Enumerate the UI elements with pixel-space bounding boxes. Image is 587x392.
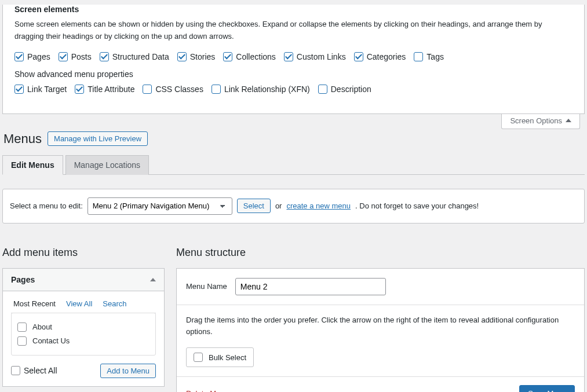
screen-options-toggle[interactable]: Screen Options <box>501 114 580 129</box>
screen-options-tab-wrap: Screen Options <box>7 114 580 129</box>
screen-options-label: Screen Options <box>510 116 562 125</box>
menu-name-label: Menu Name <box>186 282 227 291</box>
tab-manage-locations[interactable]: Manage Locations <box>65 155 149 175</box>
chevron-up-icon <box>566 119 571 122</box>
advanced-property-checkbox[interactable]: Link Relationship (XFN) <box>212 85 310 94</box>
checkbox-label: Categories <box>367 52 406 61</box>
save-menu-button[interactable]: Save Menu <box>519 385 575 392</box>
menu-structure-footer: Delete Menu Save Menu <box>177 376 584 392</box>
advanced-property-checkbox[interactable]: Link Target <box>14 85 67 94</box>
pages-footer: Select All Add to Menu <box>11 356 156 378</box>
screen-element-checkbox[interactable]: Stories <box>177 52 216 61</box>
menu-structure-body: Drag the items into the order you prefer… <box>177 305 584 377</box>
pages-accordion: Pages Most Recent View All Search AboutC… <box>2 268 165 387</box>
tab-search[interactable]: Search <box>103 299 126 308</box>
page-item-checkbox[interactable] <box>17 336 27 346</box>
page-header: Menus Manage with Live Preview <box>0 129 587 155</box>
checkbox-input[interactable] <box>143 85 152 94</box>
screen-options-panel: Screen elements Some screen elements can… <box>2 5 585 114</box>
menu-structure-desc: Drag the items into the order you prefer… <box>186 314 575 339</box>
checkbox-input[interactable] <box>75 85 84 94</box>
checkbox-input[interactable] <box>318 85 327 94</box>
checkbox-label: Description <box>331 85 371 94</box>
page-item-row: About <box>17 320 150 334</box>
screen-element-checkbox[interactable]: Custom Links <box>284 52 346 61</box>
pages-accordion-header[interactable]: Pages <box>3 269 164 291</box>
or-text: or <box>275 202 282 210</box>
pages-inner-tabs: Most Recent View All Search <box>11 299 156 313</box>
checkbox-label: Pages <box>27 52 50 61</box>
menu-structure-box: Menu Name Drag the items into the order … <box>176 268 585 392</box>
screen-elements-checkboxes: PagesPostsStructured DataStoriesCollecti… <box>14 52 573 61</box>
live-preview-button[interactable]: Manage with Live Preview <box>48 131 148 146</box>
menu-select[interactable]: Menu 2 (Primary Navigation Menu) <box>87 197 232 215</box>
delete-menu-link[interactable]: Delete Menu <box>186 389 229 392</box>
chevron-up-icon <box>150 278 156 281</box>
checkbox-label: Link Target <box>27 85 67 94</box>
screen-element-checkbox[interactable]: Categories <box>354 52 406 61</box>
advanced-properties-checkboxes: Link TargetTitle AttributeCSS ClassesLin… <box>14 85 573 94</box>
page-item-label: About <box>32 323 52 331</box>
screen-element-checkbox[interactable]: Posts <box>59 52 92 61</box>
main-tabs: Edit Menus Manage Locations <box>2 155 585 175</box>
tab-most-recent[interactable]: Most Recent <box>13 299 56 308</box>
menu-structure-heading: Menu structure <box>176 247 585 259</box>
screen-element-checkbox[interactable]: Structured Data <box>100 52 169 61</box>
add-items-column: Add menu items Pages Most Recent View Al… <box>2 247 165 387</box>
checkbox-input[interactable] <box>212 85 221 94</box>
select-menu-label: Select a menu to edit: <box>10 202 83 210</box>
checkbox-input[interactable] <box>284 52 293 61</box>
bulk-select-box: Bulk Select <box>186 347 254 367</box>
screen-element-checkbox[interactable]: Tags <box>414 52 444 61</box>
menu-name-input[interactable] <box>235 278 386 295</box>
columns: Add menu items Pages Most Recent View Al… <box>2 247 585 392</box>
bulk-select-label: Bulk Select <box>209 353 246 362</box>
checkbox-input[interactable] <box>414 52 423 61</box>
advanced-properties-label: Show advanced menu properties <box>14 69 573 79</box>
select-all-input[interactable] <box>11 366 20 375</box>
checkbox-input[interactable] <box>223 52 232 61</box>
advanced-property-checkbox[interactable]: Description <box>318 85 371 94</box>
menu-selector-row: Select a menu to edit: Menu 2 (Primary N… <box>2 189 585 224</box>
create-menu-link[interactable]: create a new menu <box>286 202 351 210</box>
checkbox-label: Link Relationship (XFN) <box>224 85 310 94</box>
checkbox-label: Structured Data <box>112 52 169 61</box>
advanced-property-checkbox[interactable]: CSS Classes <box>143 85 203 94</box>
checkbox-label: Collections <box>236 52 275 61</box>
checkbox-input[interactable] <box>177 52 187 61</box>
add-to-menu-button[interactable]: Add to Menu <box>100 364 156 378</box>
checkbox-input[interactable] <box>100 52 109 61</box>
bulk-select-checkbox[interactable] <box>194 353 203 362</box>
selector-tail: . Do not forget to save your changes! <box>355 202 479 210</box>
checkbox-label: Tags <box>426 52 444 61</box>
menu-structure-header: Menu Name <box>177 269 584 305</box>
screen-element-checkbox[interactable]: Collections <box>223 52 275 61</box>
add-items-heading: Add menu items <box>2 247 165 259</box>
checkbox-label: Posts <box>71 52 92 61</box>
select-all-checkbox[interactable]: Select All <box>11 366 57 375</box>
select-button[interactable]: Select <box>237 199 271 213</box>
page-title: Menus <box>3 131 42 146</box>
screen-element-checkbox[interactable]: Pages <box>14 52 50 61</box>
page-item-row: Contact Us <box>17 334 150 348</box>
advanced-property-checkbox[interactable]: Title Attribute <box>75 85 134 94</box>
tab-view-all[interactable]: View All <box>66 299 92 308</box>
pages-title: Pages <box>11 275 35 284</box>
checkbox-input[interactable] <box>59 52 68 61</box>
tab-edit-menus[interactable]: Edit Menus <box>2 155 63 175</box>
screen-elements-heading: Screen elements <box>14 5 573 14</box>
select-all-label: Select All <box>24 366 57 375</box>
checkbox-input[interactable] <box>354 52 363 61</box>
menu-structure-column: Menu structure Menu Name Drag the items … <box>176 247 585 392</box>
pages-accordion-body: Most Recent View All Search AboutContact… <box>3 291 164 386</box>
checkbox-input[interactable] <box>14 52 24 61</box>
page-item-label: Contact Us <box>32 336 70 345</box>
pages-items-box: AboutContact Us <box>11 313 156 356</box>
checkbox-label: Title Attribute <box>87 85 134 94</box>
page-item-checkbox[interactable] <box>17 323 27 332</box>
checkbox-label: CSS Classes <box>155 85 203 94</box>
checkbox-label: Stories <box>190 52 216 61</box>
checkbox-input[interactable] <box>14 85 24 94</box>
checkbox-label: Custom Links <box>297 52 346 61</box>
screen-elements-desc: Some screen elements can be shown or hid… <box>14 19 573 43</box>
